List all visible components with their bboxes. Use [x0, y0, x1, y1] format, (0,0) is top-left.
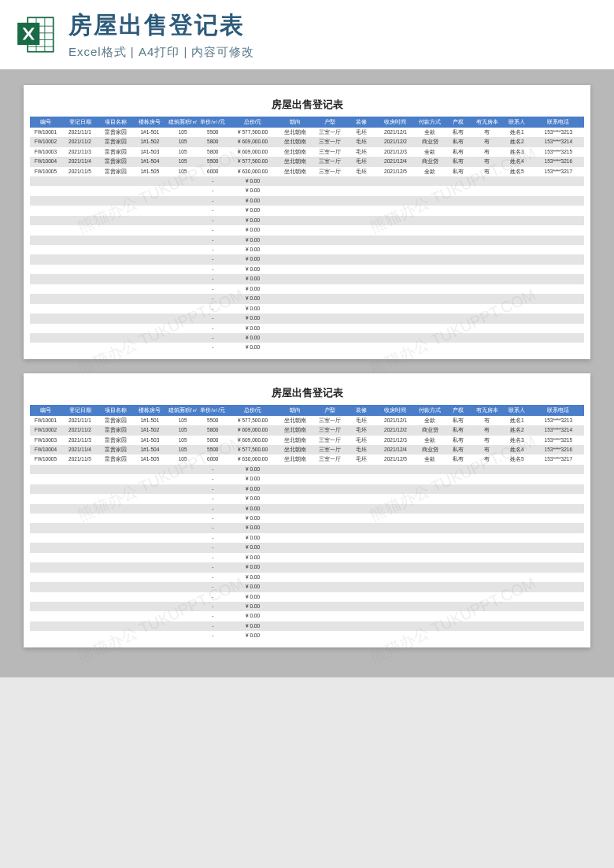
table-cell — [98, 582, 133, 592]
table-cell: - — [198, 553, 227, 562]
table-cell — [98, 206, 133, 215]
table-cell — [98, 465, 133, 474]
table-cell — [375, 504, 416, 514]
table-cell — [133, 313, 168, 323]
table-cell — [501, 254, 533, 264]
table-cell — [472, 621, 501, 631]
table-cell: ¥ 0.00 — [227, 573, 278, 582]
table-cell — [375, 631, 416, 640]
table-row-empty: -¥ 0.00 — [30, 514, 584, 523]
table-cell: 5500 — [198, 128, 227, 137]
table-cell — [98, 216, 133, 225]
table-cell — [501, 216, 533, 225]
table-cell — [313, 304, 347, 313]
table-row-empty: -¥ 0.00 — [30, 254, 584, 264]
table-cell — [167, 543, 198, 552]
table-cell — [375, 343, 416, 352]
col-header: 付款方式 — [416, 117, 444, 128]
table-cell — [98, 324, 133, 333]
table-cell — [30, 553, 61, 562]
table-cell — [167, 265, 198, 274]
table-cell — [416, 216, 444, 225]
table-cell — [30, 206, 61, 215]
table-cell: - — [198, 186, 227, 195]
table-cell: 富贵家园 — [98, 436, 133, 445]
table-cell: 毛坯 — [347, 425, 375, 435]
table-cell — [61, 514, 98, 523]
table-cell — [501, 284, 533, 294]
table-cell: FW10001 — [30, 128, 61, 137]
col-header: 产权 — [444, 405, 472, 416]
table-cell — [533, 284, 584, 294]
table-cell — [501, 602, 533, 611]
table-cell — [375, 533, 416, 543]
table-cell — [61, 582, 98, 592]
table-cell — [30, 631, 61, 640]
table-cell: 1#1-501 — [133, 416, 168, 425]
table-cell — [347, 313, 375, 323]
table-cell — [30, 236, 61, 245]
table-cell — [347, 523, 375, 532]
registration-table-2: 编号登记日期项目名称楼栋房号建筑面积/㎡单价/㎡/元总价/元朝向户型装修收房时间… — [30, 405, 584, 641]
table-cell — [98, 333, 133, 343]
table-cell — [279, 254, 313, 264]
table-cell: 有 — [472, 425, 501, 435]
table-cell — [133, 236, 168, 245]
table-cell: ¥ 0.00 — [227, 225, 278, 235]
table-cell: 坐北朝南 — [279, 137, 313, 147]
table-cell: FW10003 — [30, 436, 61, 445]
table-cell — [30, 324, 61, 333]
table-cell — [30, 543, 61, 552]
table-cell: 姓名2 — [501, 425, 533, 435]
table-cell — [61, 484, 98, 494]
table-cell — [444, 333, 472, 343]
table-cell: 三室一厅 — [313, 454, 347, 464]
table-row: FW100032021/11/3富贵家园1#1-5031055800¥ 609,… — [30, 147, 584, 157]
table-cell: 1#1-505 — [133, 167, 168, 176]
col-header: 建筑面积/㎡ — [167, 117, 198, 128]
table-cell — [501, 196, 533, 206]
table-cell: 姓名4 — [501, 445, 533, 454]
table-cell — [533, 474, 584, 484]
table-cell — [472, 245, 501, 254]
table-cell — [444, 196, 472, 206]
table-cell: ¥ 0.00 — [227, 206, 278, 215]
table-cell — [375, 621, 416, 631]
table-cell — [416, 504, 444, 514]
col-header: 联系电话 — [533, 405, 584, 416]
table-cell — [416, 245, 444, 254]
table-cell: 2021/11/3 — [61, 436, 98, 445]
table-row: FW100052021/11/5富贵家园1#1-5051056000¥ 630,… — [30, 454, 584, 464]
table-cell: 153****3215 — [533, 436, 584, 445]
table-cell: 5500 — [198, 445, 227, 454]
table-cell — [98, 196, 133, 206]
table-cell — [133, 562, 168, 572]
table-cell — [472, 611, 501, 621]
table-cell — [313, 176, 347, 186]
table-cell — [279, 621, 313, 631]
table-cell — [133, 504, 168, 514]
table-header-row: 编号登记日期项目名称楼栋房号建筑面积/㎡单价/㎡/元总价/元朝向户型装修收房时间… — [30, 405, 584, 416]
table-cell — [472, 543, 501, 552]
table-cell: ¥ 0.00 — [227, 611, 278, 621]
table-cell — [279, 514, 313, 523]
table-cell — [313, 284, 347, 294]
table-cell — [347, 245, 375, 254]
table-cell: 1#1-502 — [133, 137, 168, 147]
table-cell: 2021/11/2 — [61, 425, 98, 435]
table-cell: 2021/11/5 — [61, 454, 98, 464]
table-cell: 姓名3 — [501, 147, 533, 157]
table-cell — [472, 474, 501, 484]
table-cell: - — [198, 631, 227, 640]
table-cell — [533, 245, 584, 254]
table-cell — [416, 543, 444, 552]
table-cell — [533, 186, 584, 195]
table-cell — [347, 304, 375, 313]
col-header: 总价/元 — [227, 405, 278, 416]
table-cell — [133, 592, 168, 602]
table-cell — [533, 216, 584, 225]
table-cell — [347, 225, 375, 235]
table-cell: - — [198, 206, 227, 215]
table-cell — [279, 592, 313, 602]
table-cell — [279, 553, 313, 562]
